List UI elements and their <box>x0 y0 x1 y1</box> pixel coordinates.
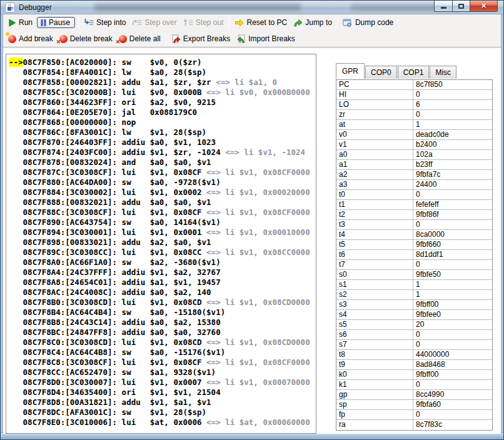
disasm-line[interactable]: -->08C7F850:[AC020000]: sw $v0, 0($zr) <box>9 58 316 68</box>
register-row[interactable]: ra8c7f83c <box>336 420 492 430</box>
register-value[interactable]: 9fbf660 <box>413 240 492 249</box>
register-row[interactable]: t29fbf86f <box>336 210 492 220</box>
disasm-line[interactable]: 08C7F878:[00832024]: and $a0, $a0, $v1 <box>9 158 316 168</box>
register-value[interactable]: 8c7f850 <box>413 80 492 89</box>
minimize-button[interactable] <box>434 1 452 12</box>
register-row[interactable]: t68d1ddf1 <box>336 250 492 260</box>
register-value[interactable]: 8cc4990 <box>413 390 492 399</box>
tab-cop0[interactable]: COP0 <box>365 66 397 79</box>
run-button[interactable]: Run <box>5 17 36 28</box>
export-breaks-button[interactable]: Export Breaks <box>168 33 233 44</box>
register-value[interactable]: 44000000 <box>413 350 492 359</box>
disasm-line[interactable]: 08C7F8AC:[24C4008C]: addiu $a0, $a2, 140 <box>9 288 316 298</box>
add-break-button[interactable]: ✷ Add break <box>5 33 56 44</box>
register-value[interactable]: 9fbff00 <box>413 370 492 379</box>
register-value[interactable]: 1 <box>413 280 492 289</box>
disasm-line[interactable]: 08C7F870:[246403FF]: addiu $a0, $v1, 102… <box>9 138 316 148</box>
register-value[interactable]: 8ca0000 <box>413 230 492 239</box>
register-value[interactable]: 0 <box>413 380 492 389</box>
register-value[interactable]: 0 <box>413 110 492 119</box>
register-value[interactable]: 0 <box>413 190 492 199</box>
disasm-line[interactable]: 08C7F868:[00000000]: nop <box>9 118 316 128</box>
register-row[interactable]: k09fbff00 <box>336 370 492 380</box>
disasm-line[interactable]: 08C7F8C8:[3C0308CF]: lui $v1, 0x08CF <=>… <box>9 358 316 368</box>
register-value[interactable]: 0 <box>413 330 492 339</box>
disasm-line[interactable]: 08C7F8A0:[AC66F1A0]: sw $a2, -3680($v1) <box>9 258 316 268</box>
disasm-line[interactable]: 08C7F890:[AC643754]: sw $a0, 14164($v1) <box>9 218 316 228</box>
register-row[interactable]: t1fefefeff <box>336 200 492 210</box>
close-button[interactable]: ✕ <box>470 1 498 12</box>
register-value[interactable]: 8c7f83c <box>413 420 492 430</box>
register-value[interactable]: 9fbf86f <box>413 210 492 219</box>
title-bar[interactable]: Debugger <box>1 1 503 14</box>
register-row[interactable]: a0102a <box>336 150 492 160</box>
register-value[interactable]: b23ff <box>413 160 492 169</box>
register-row[interactable]: at1 <box>336 120 492 130</box>
disasm-line[interactable]: 08C7F89C:[3C0308CC]: lui $v1, 0x08CC <=>… <box>9 248 316 258</box>
register-row[interactable]: t00 <box>336 190 492 200</box>
step-out-button[interactable]: Step out <box>180 17 227 28</box>
disasm-line[interactable]: 08C7F8CC:[AC652470]: sw $a1, 9328($v1) <box>9 368 316 378</box>
disasm-line[interactable]: 08C7F8D4:[34635400]: ori $v1, $v1, 21504 <box>9 388 316 398</box>
disassembly-listing[interactable]: -->08C7F850:[AC020000]: sw $v0, 0($zr) 0… <box>6 54 316 434</box>
disasm-line[interactable]: 08C7F87C:[3C0308CF]: lui $v1, 0x08CF <=>… <box>9 168 316 178</box>
jump-to-button[interactable]: Jump to <box>290 17 335 28</box>
disasm-line[interactable]: 08C7F874:[2403FC00]: addiu $v1, $zr, -10… <box>9 148 316 158</box>
register-row[interactable]: s21 <box>336 290 492 300</box>
register-row[interactable]: HI0 <box>336 90 492 100</box>
register-value[interactable]: 8d1ddf1 <box>413 250 492 259</box>
register-value[interactable]: 24400 <box>413 180 492 189</box>
register-value[interactable]: 20 <box>413 320 492 329</box>
register-value[interactable]: 9fbfee0 <box>413 310 492 319</box>
tab-misc[interactable]: Misc <box>430 66 456 79</box>
register-value[interactable]: 0 <box>413 90 492 99</box>
register-row[interactable]: a29fbfa7c <box>336 170 492 180</box>
register-row[interactable]: s60 <box>336 330 492 340</box>
disasm-line[interactable]: 08C7F8B4:[AC64C4B4]: sw $a0, -15180($v1) <box>9 308 316 318</box>
register-value[interactable]: 9fbff00 <box>413 300 492 309</box>
register-value[interactable]: 0 <box>413 220 492 229</box>
register-row[interactable]: t844000000 <box>336 350 492 360</box>
disasm-line[interactable]: 08C7F880:[AC64DA00]: sw $a0, -9728($v1) <box>9 178 316 188</box>
disasm-line[interactable]: 08C7F8D8:[00A31821]: addu $v1, $a1, $v1 <box>9 398 316 408</box>
dump-code-button[interactable]: Dump code <box>340 17 396 28</box>
maximize-button[interactable] <box>452 1 470 12</box>
disasm-line[interactable]: 08C7F8D0:[3C030007]: lui $v1, 0x0007 <=>… <box>9 378 316 388</box>
register-row[interactable]: PC8c7f850 <box>336 80 492 90</box>
import-breaks-button[interactable]: Import Breaks <box>233 33 298 44</box>
disasm-line[interactable]: 08C7F85C:[3C02000B]: lui $v0, 0x000B <=>… <box>9 88 316 98</box>
register-row[interactable]: s11 <box>336 280 492 290</box>
register-row[interactable]: t30 <box>336 220 492 230</box>
tab-gpr[interactable]: GPR <box>336 63 365 79</box>
tab-cop1[interactable]: COP1 <box>398 66 430 79</box>
register-row[interactable]: s49fbfee0 <box>336 310 492 320</box>
disasm-line[interactable]: 08C7F8BC:[24847FF8]: addiu $a0, $a0, 327… <box>9 328 316 338</box>
register-value[interactable]: 9fbfa60 <box>413 400 492 409</box>
register-value[interactable]: 9fbfa7c <box>413 170 492 179</box>
delete-break-button[interactable]: ✕ Delete break <box>56 33 116 44</box>
disasm-line[interactable]: 08C7F864:[0E205E70]: jal 0x088179C0 <box>9 108 316 118</box>
register-row[interactable]: v0deadc0de <box>336 130 492 140</box>
register-row[interactable]: gp8cc4990 <box>336 390 492 400</box>
register-value[interactable]: 0 <box>413 340 492 349</box>
register-row[interactable]: k10 <box>336 380 492 390</box>
step-into-button[interactable]: Step into <box>81 17 129 28</box>
register-row[interactable]: t48ca0000 <box>336 230 492 240</box>
register-row[interactable]: s39fbff00 <box>336 300 492 310</box>
register-row[interactable]: sp9fbfa60 <box>336 400 492 410</box>
disasm-line[interactable]: 08C7F8DC:[AFA3001C]: sw $v1, 28($sp) <box>9 408 316 418</box>
register-value[interactable]: 6 <box>413 100 492 109</box>
disasm-line[interactable]: 08C7F854:[8FA4001C]: lw $a0, 28($sp) <box>9 68 316 78</box>
disasm-line[interactable]: 08C7F8B0:[3C0308CD]: lui $v1, 0x08CD <=>… <box>9 298 316 308</box>
register-row[interactable]: s70 <box>336 340 492 350</box>
step-over-button[interactable]: Step over <box>129 17 179 28</box>
disasm-line[interactable]: 08C7F86C:[8FA3001C]: lw $v1, 28($sp) <box>9 128 316 138</box>
register-value[interactable]: 0 <box>413 260 492 269</box>
register-row[interactable]: a1b23ff <box>336 160 492 170</box>
register-row[interactable]: v1b2400 <box>336 140 492 150</box>
register-row[interactable]: zr0 <box>336 110 492 120</box>
reset-to-pc-button[interactable]: Reset to PC <box>231 17 291 28</box>
register-row[interactable]: t70 <box>336 260 492 270</box>
disasm-line[interactable]: 08C7F858:[00002821]: addu $a1, $zr, $zr … <box>9 78 316 88</box>
disasm-line[interactable]: 08C7F894:[3C030001]: lui $v1, 0x0001 <=>… <box>9 228 316 238</box>
